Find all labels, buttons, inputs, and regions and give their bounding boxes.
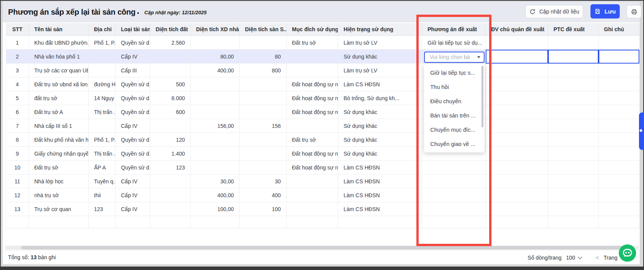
table-cell[interactable]: Quyền sử d... [116, 91, 150, 105]
table-cell[interactable] [548, 202, 599, 216]
dropdown-option[interactable]: Chuyển mục đíc... [424, 122, 485, 137]
table-cell[interactable] [191, 77, 240, 91]
table-cell[interactable]: Bỏ trống, Sử dụng kh... [338, 91, 422, 105]
chat-widget-button[interactable] [619, 244, 636, 262]
table-cell[interactable]: 30 [240, 174, 287, 188]
table-cell[interactable] [191, 147, 240, 161]
table-cell[interactable]: 400 [240, 188, 287, 202]
table-cell[interactable]: 7 [6, 119, 29, 133]
table-cell[interactable]: Sử dụng khác [338, 50, 422, 64]
table-cell[interactable] [191, 161, 240, 174]
table-cell[interactable]: Cấp IV [116, 202, 150, 216]
table-cell[interactable] [486, 188, 548, 202]
table-cell[interactable]: 156 [240, 119, 287, 133]
table-cell[interactable]: 2 [6, 50, 29, 64]
table-cell[interactable]: Quyền sử d... [116, 147, 150, 161]
table-cell[interactable]: 8 [6, 133, 29, 147]
table-cell[interactable] [548, 161, 599, 174]
table-cell[interactable] [548, 133, 599, 147]
print-button[interactable] [627, 5, 641, 18]
table-cell[interactable]: Giấy chứng nhận quyề... [29, 147, 89, 161]
table-cell[interactable]: Thị trấn ... [89, 147, 116, 161]
table-cell[interactable] [548, 188, 599, 202]
table-cell[interactable] [191, 36, 240, 50]
table-cell[interactable] [150, 50, 191, 64]
table-cell[interactable]: Đất hoạt động sự n... [287, 91, 338, 105]
table-cell[interactable] [89, 64, 116, 77]
table-cell[interactable] [240, 161, 287, 174]
table-cell[interactable] [150, 188, 191, 202]
table-cell[interactable]: 3 [6, 64, 29, 77]
table-cell[interactable]: Làm CS HĐSN [338, 174, 422, 188]
table-cell[interactable]: Vui lòng chọn bả [422, 50, 486, 64]
table-cell[interactable] [150, 202, 191, 216]
table-cell[interactable]: 12 [6, 188, 29, 202]
side-panel-handle[interactable] [639, 112, 644, 150]
table-cell[interactable] [287, 174, 338, 188]
table-cell[interactable]: 156,00 [191, 119, 240, 133]
table-cell[interactable]: Khu đất UBND phườn... [29, 36, 89, 50]
table-cell[interactable] [548, 36, 599, 50]
editable-cell[interactable] [548, 50, 599, 64]
table-cell[interactable]: Cấp IV [116, 174, 150, 188]
table-cell[interactable]: Phố 1, P... [89, 36, 116, 50]
table-cell[interactable]: Sử dụng khác [338, 133, 422, 147]
table-cell[interactable] [89, 119, 116, 133]
table-cell[interactable] [240, 77, 287, 91]
table-cell[interactable]: Thị trấn ... [89, 105, 116, 119]
table-cell[interactable]: Cấp IV [116, 50, 150, 64]
table-cell[interactable] [599, 119, 639, 133]
table-cell[interactable] [240, 36, 287, 50]
table-cell[interactable] [191, 133, 240, 147]
table-cell[interactable] [599, 91, 639, 105]
table-cell[interactable] [486, 161, 548, 174]
table-cell[interactable]: Đất trụ sở [29, 161, 89, 174]
table-cell[interactable] [486, 36, 548, 50]
table-cell[interactable]: Nhà cấp III số 1 [29, 119, 89, 133]
dropdown-option[interactable]: Thu hồi [424, 80, 485, 94]
table-cell[interactable]: 11 [6, 174, 29, 188]
save-button[interactable]: Lưu [590, 4, 620, 18]
table-cell[interactable]: 8.000 [150, 91, 191, 105]
table-cell[interactable]: 100,00 [191, 202, 240, 216]
table-cell[interactable]: Đất trụ sở A [29, 105, 89, 119]
table-cell[interactable] [548, 77, 599, 91]
table-cell[interactable]: Sử dụng khác [338, 147, 422, 161]
dropdown-option[interactable]: Bán tài sản trên ... [424, 108, 485, 122]
table-cell[interactable] [287, 119, 338, 133]
table-cell[interactable]: Làm trụ sở LV [338, 36, 422, 50]
table-cell[interactable]: Quyền sử d... [116, 161, 150, 174]
editable-cell[interactable] [486, 50, 548, 64]
table-cell[interactable]: Làm trụ sở LV [338, 64, 422, 77]
horizontal-scrollbar-track[interactable] [5, 246, 639, 250]
table-cell[interactable]: 600 [150, 105, 191, 119]
table-cell[interactable]: 123 [150, 161, 191, 174]
dropdown-scrollbar[interactable] [481, 66, 483, 127]
table-cell[interactable]: nhà trụ sở [29, 188, 89, 202]
table-cell[interactable]: Cấp III [116, 64, 150, 77]
table-cell[interactable]: 9 [6, 147, 29, 161]
table-cell[interactable] [422, 174, 486, 188]
table-cell[interactable]: Tuyên q... [89, 174, 116, 188]
table-cell[interactable] [287, 50, 338, 64]
plan-select[interactable]: Vui lòng chọn bả [424, 52, 485, 63]
table-cell[interactable]: Cấp IV [116, 119, 150, 133]
table-cell[interactable] [422, 161, 486, 174]
table-cell[interactable]: 500 [150, 77, 191, 91]
table-cell[interactable] [486, 174, 548, 188]
table-cell[interactable]: Quyền sử d... [116, 133, 150, 147]
table-cell[interactable]: 400,00 [191, 64, 240, 77]
table-cell[interactable]: ẤP A [89, 161, 116, 174]
table-cell[interactable]: 13 [6, 202, 29, 216]
refresh-data-button[interactable]: Cập nhật dữ liệu [525, 5, 583, 18]
table-cell[interactable] [548, 174, 599, 188]
table-cell[interactable] [191, 91, 240, 105]
table-cell[interactable]: thii [89, 188, 116, 202]
table-cell[interactable] [287, 64, 338, 77]
table-cell[interactable] [287, 202, 338, 216]
table-cell[interactable] [599, 174, 639, 188]
table-cell[interactable] [89, 50, 116, 64]
horizontal-scrollbar-thumb[interactable] [21, 246, 632, 250]
table-cell[interactable] [240, 105, 287, 119]
table-cell[interactable]: Trụ sở cơ quan [29, 202, 89, 216]
